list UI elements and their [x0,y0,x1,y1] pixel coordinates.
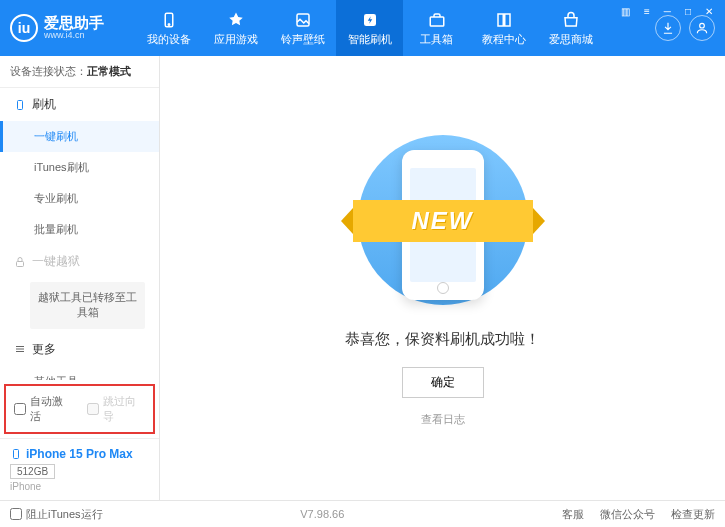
success-illustration: NEW [343,130,543,310]
phone-icon [14,99,26,111]
footer-wechat[interactable]: 微信公众号 [600,507,655,522]
footer-support[interactable]: 客服 [562,507,584,522]
svg-rect-7 [17,261,24,266]
nav-smart-flash[interactable]: 智能刷机 [336,0,403,56]
menu-icon[interactable]: ≡ [640,4,654,19]
nav-store[interactable]: 爱思商城 [537,0,604,56]
logo-url: www.i4.cn [44,31,104,41]
svg-point-1 [168,23,170,25]
menu-one-click-flash[interactable]: 一键刷机 [0,121,159,152]
close-icon[interactable]: ✕ [701,4,717,19]
svg-point-5 [700,23,705,28]
apps-icon [226,10,246,30]
menu-other-tools[interactable]: 其他工具 [0,366,159,380]
logo-icon: iu [10,14,38,42]
logo-title: 爱思助手 [44,15,104,32]
new-banner: NEW [353,200,533,242]
phone-icon [10,448,22,460]
nav-ringtone-wallpaper[interactable]: 铃声壁纸 [269,0,336,56]
sidebar: 设备连接状态：正常模式 刷机 一键刷机 iTunes刷机 专业刷机 批量刷机 一… [0,56,160,500]
version-label: V7.98.66 [300,508,344,520]
logo[interactable]: iu 爱思助手 www.i4.cn [10,14,135,42]
nav-tutorials[interactable]: 教程中心 [470,0,537,56]
book-icon [494,10,514,30]
lock-icon [14,256,26,268]
toolbox-nav-icon [427,10,447,30]
checkbox-auto-activate[interactable]: 自动激活 [14,394,73,424]
success-message: 恭喜您，保资料刷机成功啦！ [345,330,540,349]
nav-my-device[interactable]: 我的设备 [135,0,202,56]
menu-group-flash[interactable]: 刷机 [0,88,159,121]
ok-button[interactable]: 确定 [402,367,484,398]
more-icon [14,343,26,355]
main-content: NEW 恭喜您，保资料刷机成功啦！ 确定 查看日志 [160,56,725,500]
menu-itunes-flash[interactable]: iTunes刷机 [0,152,159,183]
checkbox-highlight-area: 自动激活 跳过向导 [4,384,155,434]
menu-group-more[interactable]: 更多 [0,333,159,366]
nav-apps-games[interactable]: 应用游戏 [202,0,269,56]
minimize-icon[interactable]: ─ [660,4,675,19]
jailbreak-moved-note[interactable]: 越狱工具已转移至工具箱 [30,282,145,329]
checkbox-block-itunes[interactable]: 阻止iTunes运行 [10,507,103,522]
device-storage: 512GB [10,464,55,479]
device-name: iPhone 15 Pro Max [10,447,149,461]
footer: 阻止iTunes运行 V7.98.66 客服 微信公众号 检查更新 [0,500,725,527]
phone-icon [159,10,179,30]
toolbox-icon[interactable]: ▥ [617,4,634,19]
device-status: 设备连接状态：正常模式 [0,56,159,88]
menu-group-jailbreak: 一键越狱 [0,245,159,278]
top-nav: 我的设备 应用游戏 铃声壁纸 智能刷机 工具箱 教程中心 爱思商城 [135,0,604,56]
flash-icon [360,10,380,30]
menu-batch-flash[interactable]: 批量刷机 [0,214,159,245]
maximize-icon[interactable]: □ [681,4,695,19]
checkbox-skip-guide: 跳过向导 [87,394,146,424]
device-info[interactable]: iPhone 15 Pro Max 512GB iPhone [0,438,159,500]
footer-check-update[interactable]: 检查更新 [671,507,715,522]
menu-pro-flash[interactable]: 专业刷机 [0,183,159,214]
store-icon [561,10,581,30]
svg-rect-6 [18,100,23,109]
svg-rect-8 [14,450,19,459]
wallpaper-icon [293,10,313,30]
view-log-link[interactable]: 查看日志 [421,412,465,427]
svg-rect-4 [430,17,444,26]
nav-toolbox[interactable]: 工具箱 [403,0,470,56]
device-type: iPhone [10,481,149,492]
